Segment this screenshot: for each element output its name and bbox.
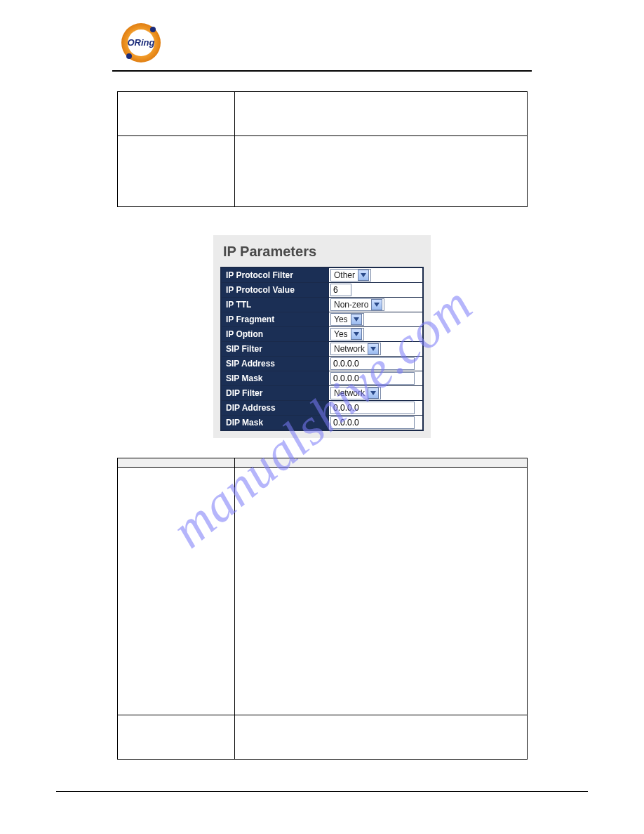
ip-parameters-table: IP Protocol Filter Other IP Protocol Val… <box>220 267 424 431</box>
select-ip-fragment[interactable]: Yes <box>330 313 364 326</box>
select-value: Network <box>334 344 365 354</box>
header: ORing <box>56 21 588 67</box>
header-rule <box>112 70 532 72</box>
footer-rule <box>56 791 588 792</box>
table-header-row <box>117 458 527 468</box>
row-sip-mask: SIP Mask <box>221 371 423 386</box>
upper-table <box>117 91 528 207</box>
chevron-down-icon <box>351 314 362 325</box>
label-sip-mask: SIP Mask <box>221 371 329 386</box>
chevron-down-icon <box>368 388 379 399</box>
input-dip-mask[interactable] <box>330 416 415 429</box>
panel-title: IP Parameters <box>223 244 424 260</box>
ip-parameters-panel: IP Parameters IP Protocol Filter Other I… <box>213 235 431 438</box>
chevron-down-icon <box>368 343 379 355</box>
table-row <box>117 468 527 715</box>
select-ip-ttl[interactable]: Non-zero <box>330 298 384 311</box>
svg-point-2 <box>150 27 156 32</box>
row-dip-mask: DIP Mask <box>221 416 423 431</box>
label-dip-mask: DIP Mask <box>221 416 329 431</box>
label-ip-protocol-filter: IP Protocol Filter <box>221 267 329 283</box>
label-dip-filter: DIP Filter <box>221 386 329 401</box>
input-sip-address[interactable] <box>330 357 415 370</box>
label-ip-protocol-value: IP Protocol Value <box>221 283 329 298</box>
page: manualshive.com ORing <box>0 0 644 834</box>
select-ip-option[interactable]: Yes <box>330 328 364 340</box>
table-row <box>117 136 527 207</box>
select-value: Non-zero <box>334 300 368 310</box>
cell-desc <box>234 92 527 136</box>
select-dip-filter[interactable]: Network <box>330 387 381 399</box>
row-ip-option: IP Option Yes <box>221 327 423 342</box>
brand-logo: ORing <box>119 21 163 65</box>
svg-point-3 <box>126 53 132 59</box>
header-cell <box>117 458 234 468</box>
label-sip-address: SIP Address <box>221 357 329 371</box>
header-cell <box>234 458 527 468</box>
input-dip-address[interactable] <box>330 402 415 414</box>
row-sip-address: SIP Address <box>221 357 423 371</box>
row-ip-ttl: IP TTL Non-zero <box>221 298 423 312</box>
svg-text:ORing: ORing <box>128 37 155 48</box>
select-value: Yes <box>334 329 348 339</box>
lower-table <box>117 458 528 760</box>
select-value: Other <box>334 270 355 280</box>
cell-label <box>117 136 234 207</box>
row-ip-fragment: IP Fragment Yes <box>221 312 423 327</box>
chevron-down-icon <box>371 299 382 310</box>
select-ip-protocol-filter[interactable]: Other <box>330 269 371 282</box>
select-sip-filter[interactable]: Network <box>330 343 381 355</box>
row-dip-address: DIP Address <box>221 401 423 416</box>
label-ip-option: IP Option <box>221 327 329 342</box>
label-ip-fragment: IP Fragment <box>221 312 329 327</box>
cell-label <box>117 92 234 136</box>
cell-desc <box>234 136 527 207</box>
label-ip-ttl: IP TTL <box>221 298 329 312</box>
label-dip-address: DIP Address <box>221 401 329 416</box>
select-value: Network <box>334 388 365 398</box>
table-row <box>117 715 527 760</box>
input-sip-mask[interactable] <box>330 372 415 385</box>
select-value: Yes <box>334 315 348 324</box>
row-ip-protocol-filter: IP Protocol Filter Other <box>221 267 423 283</box>
chevron-down-icon <box>351 329 362 340</box>
cell-label <box>117 715 234 760</box>
cell-desc <box>234 468 527 715</box>
chevron-down-icon <box>358 270 369 281</box>
cell-label <box>117 468 234 715</box>
row-dip-filter: DIP Filter Network <box>221 386 423 401</box>
table-row <box>117 92 527 136</box>
cell-desc <box>234 715 527 760</box>
row-ip-protocol-value: IP Protocol Value <box>221 283 423 298</box>
label-sip-filter: SIP Filter <box>221 342 329 357</box>
row-sip-filter: SIP Filter Network <box>221 342 423 357</box>
input-ip-protocol-value[interactable] <box>330 284 351 296</box>
